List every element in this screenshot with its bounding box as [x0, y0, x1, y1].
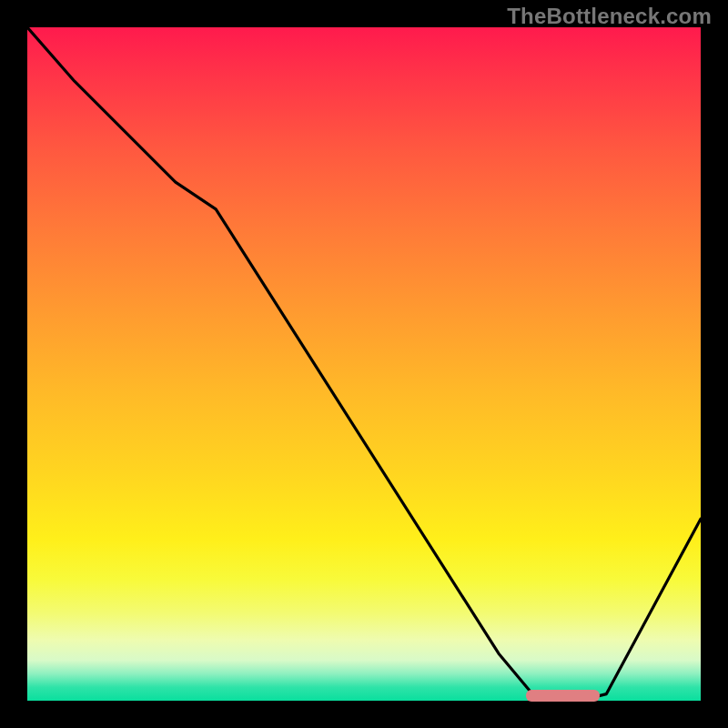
curve-path	[27, 27, 701, 701]
chart-frame: TheBottleneck.com	[0, 0, 728, 728]
watermark-text: TheBottleneck.com	[507, 4, 712, 29]
plot-area	[27, 27, 701, 701]
optimal-range-marker	[526, 690, 600, 702]
bottleneck-curve	[27, 27, 701, 701]
